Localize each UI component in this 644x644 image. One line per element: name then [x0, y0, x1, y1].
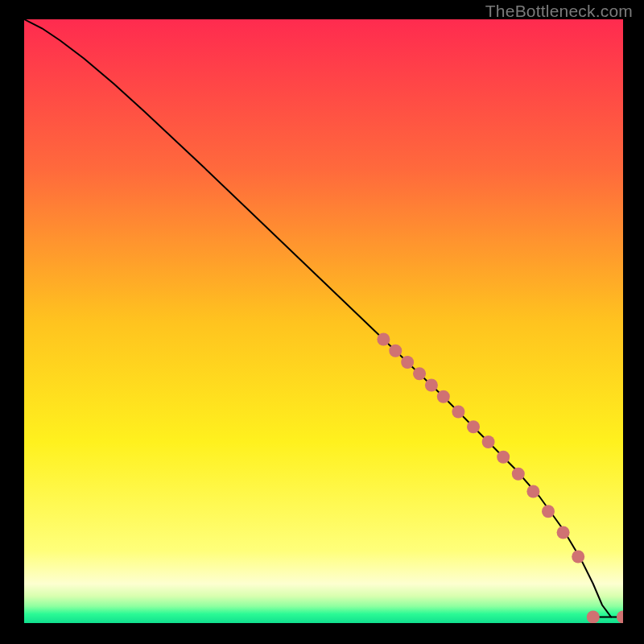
watermark-text: TheBottleneck.com [485, 2, 633, 21]
data-marker [452, 406, 464, 419]
data-marker [497, 451, 510, 464]
gradient-background [24, 19, 623, 623]
data-marker [482, 436, 495, 448]
data-marker [542, 505, 555, 518]
data-marker [512, 468, 525, 481]
data-marker [557, 526, 570, 539]
chart-svg [24, 19, 623, 623]
data-marker [587, 611, 600, 624]
data-marker [413, 367, 426, 380]
data-marker [401, 356, 414, 369]
data-marker [572, 551, 584, 564]
data-marker [437, 390, 450, 403]
data-marker [526, 485, 539, 498]
data-marker [377, 333, 390, 346]
data-marker [467, 420, 480, 433]
chart-frame: TheBottleneck.com [0, 0, 644, 644]
data-marker [389, 345, 402, 357]
chart-plot-area [24, 19, 623, 623]
data-marker [425, 379, 438, 392]
